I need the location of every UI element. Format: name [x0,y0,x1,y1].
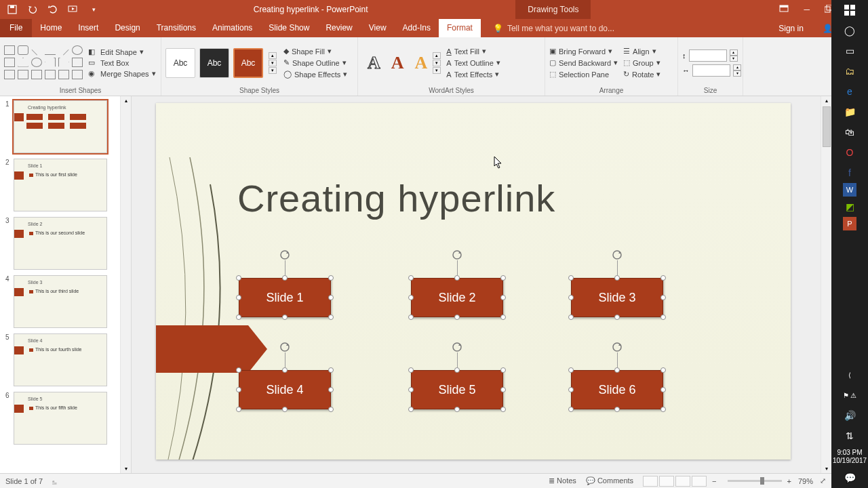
spin-down-icon[interactable]: ▾ [733,70,741,77]
canvas-scrollbar[interactable]: ▴ ▾ [821,96,831,473]
text-fill-button[interactable]: AText Fill ▾ [446,45,500,57]
tell-me[interactable]: 💡Tell me what you want to do... [481,24,769,33]
undo-icon[interactable] [27,4,38,15]
scroll-down-icon[interactable]: ▾ [123,464,129,473]
gallery-up-icon[interactable]: ▴ [433,52,441,59]
gallery-more-icon[interactable]: ▾ [433,67,441,74]
merge-shapes-button[interactable]: ◉Merge Shapes ▾ [88,69,156,79]
tab-animations[interactable]: Animations [204,19,260,37]
wordart-style-3[interactable]: A [410,50,433,76]
clock[interactable]: 9:03 PM10/19/2017 [833,446,867,468]
tab-add-ins[interactable]: Add-Ins [395,19,439,37]
tab-slide-show[interactable]: Slide Show [260,19,317,37]
thumbnail[interactable]: Slide 1This is our first slide [14,159,107,211]
gallery-more-icon[interactable]: ▾ [269,67,277,74]
thumbnail-row[interactable]: 2Slide 1This is our first slide [0,155,131,213]
scroll-down-icon[interactable]: ▾ [824,464,829,473]
tray-icons[interactable]: ⚑ ⚠ [831,385,868,405]
signin-button[interactable]: Sign in [769,24,813,33]
thumbnail-row[interactable]: 4Slide 3This is our third slide [0,271,131,329]
shape-fill-button[interactable]: ◆Shape Fill ▾ [283,45,347,57]
style-swatch-2[interactable]: Abc [199,48,229,78]
tab-format[interactable]: Format [439,19,481,37]
shape-rect[interactable]: Slide 3 [571,278,663,317]
zoom-level[interactable]: 79% [798,477,813,485]
rotate-button[interactable]: ↻Rotate ▾ [623,68,660,80]
shape-rect[interactable]: Slide 4 [239,370,331,409]
gallery-down-icon[interactable]: ▾ [433,60,441,66]
slide-shape[interactable]: Slide 1 [239,278,331,317]
shape-rect[interactable]: Slide 2 [411,278,503,317]
show-hidden-icon[interactable]: ⟨ [831,365,868,385]
comments-button[interactable]: 💬 Comments [586,476,633,485]
thumbnail[interactable]: Slide 2This is our second slide [14,217,107,270]
thumbnail-row[interactable]: 5Slide 4This is our fourth slide [0,329,131,388]
shape-rect[interactable]: Slide 1 [239,278,331,317]
thumbnail-row[interactable]: 3Slide 2This is our second slide [0,213,131,271]
spin-up-icon[interactable]: ▴ [733,64,741,70]
edge-icon[interactable]: e [831,81,868,102]
rotate-handle[interactable] [612,249,623,260]
gallery-up-icon[interactable]: ▴ [269,52,277,59]
fit-to-window-button[interactable]: ⤢ [820,476,826,485]
notes-button[interactable]: ≣ Notes [549,476,576,485]
sorter-view-button[interactable] [659,476,674,487]
tab-view[interactable]: View [361,19,395,37]
rotate-handle[interactable] [612,342,623,352]
shape-outline-button[interactable]: ✎Shape Outline ▾ [283,57,347,68]
thumbnail-row[interactable]: 1Creating hyperlink [0,96,131,155]
slide-canvas[interactable]: Creating hyperlink Slide 1Slide 2Slide 3… [156,103,791,460]
shapes-gallery[interactable] [4,45,84,81]
thumbnail-scrollbar[interactable]: ▴ ▾ [120,96,131,473]
action-center-icon[interactable]: 💬 [831,468,868,488]
tab-review[interactable]: Review [317,19,360,37]
shape-effects-button[interactable]: ◯Shape Effects ▾ [283,68,347,80]
style-swatch-1[interactable]: Abc [165,48,195,78]
align-button[interactable]: ☰Align ▾ [623,45,660,57]
facebook-icon[interactable]: f [831,163,868,183]
send-backward-button[interactable]: ▢Send Backward ▾ [549,57,618,68]
opera-icon[interactable]: O [831,142,868,163]
app-icon[interactable]: ◩ [831,197,868,217]
text-effects-button[interactable]: AText Effects ▾ [446,68,500,80]
slide-shape[interactable]: Slide 5 [411,370,503,409]
text-outline-button[interactable]: AText Outline ▾ [446,57,500,68]
start-icon[interactable] [831,0,868,20]
thumbnail-row[interactable]: 6Slide 5This is our fifth slide [0,388,131,446]
thumbnail[interactable]: Slide 3This is our third slide [14,275,107,328]
slide-shape[interactable]: Slide 3 [571,278,663,317]
gallery-down-icon[interactable]: ▾ [269,60,277,66]
explorer-folder-icon[interactable]: 📁 [831,102,868,122]
save-icon[interactable] [7,4,18,15]
style-swatch-3[interactable]: Abc [233,48,263,78]
group-button[interactable]: ⬚Group ▾ [623,57,660,68]
rotate-handle[interactable] [279,249,290,260]
normal-view-button[interactable] [643,476,658,487]
wordart-style-1[interactable]: A [362,50,386,76]
selection-pane-button[interactable]: ⬚Selection Pane [549,68,618,80]
thumbnail[interactable]: Creating hyperlink [14,100,107,153]
slide-shape[interactable]: Slide 4 [239,370,331,409]
spellcheck-icon[interactable]: ⎁ [52,477,57,485]
zoom-slider[interactable] [728,480,782,482]
shape-rect[interactable]: Slide 5 [411,370,503,409]
rotate-handle[interactable] [452,249,462,260]
tab-transitions[interactable]: Transitions [149,19,204,37]
network-icon[interactable]: ⇅ [831,426,868,446]
width-input[interactable] [692,64,730,77]
cortana-icon[interactable]: ◯ [831,20,868,41]
start-from-beginning-icon[interactable] [68,4,79,15]
wordart-style-2[interactable]: A [386,50,410,76]
tab-design[interactable]: Design [106,19,148,37]
reading-view-button[interactable] [675,476,690,487]
height-input[interactable] [689,49,727,62]
bring-forward-button[interactable]: ▣Bring Forward ▾ [549,45,618,57]
zoom-in-button[interactable]: + [787,477,791,485]
shape-rect[interactable]: Slide 6 [571,370,663,409]
minimize-icon[interactable]: ─ [804,5,810,14]
thumbnail[interactable]: Slide 5This is our fifth slide [14,392,107,445]
file-explorer-icon[interactable]: 🗂 [831,61,868,81]
zoom-out-button[interactable]: − [712,477,716,485]
shape-style-gallery[interactable]: Abc Abc Abc ▴▾▾ [165,48,277,78]
thumbnail[interactable]: Slide 4This is our fourth slide [14,333,107,386]
